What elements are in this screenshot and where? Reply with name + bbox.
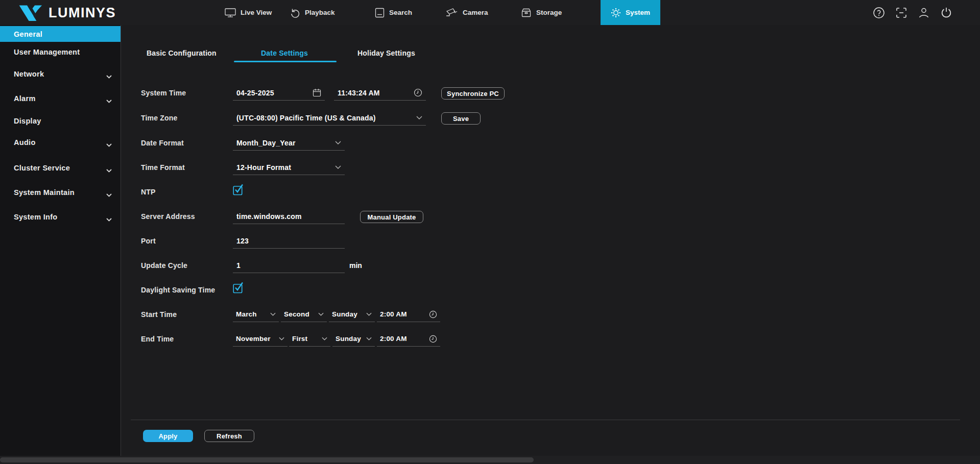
nav-camera[interactable]: Camera — [445, 0, 488, 25]
sidebar-item-general[interactable]: General — [0, 26, 121, 42]
nav-playback[interactable]: Playback — [290, 0, 335, 25]
manual-update-button[interactable]: Manual Update — [360, 211, 423, 223]
horizontal-scrollbar-thumb[interactable] — [0, 457, 534, 462]
tab-basic-configuration[interactable]: Basic Configuration — [147, 49, 217, 57]
update-cycle-unit: min — [349, 261, 362, 270]
sidebar-item-audio[interactable]: Audio — [0, 134, 121, 150]
update-cycle-label: Update Cycle — [141, 261, 187, 271]
ntp-checkbox[interactable] — [233, 183, 244, 198]
daylight-saving-checkbox[interactable] — [233, 281, 244, 296]
checkbox-checked-icon — [233, 183, 244, 196]
sidebar-item-label: System Maintain — [14, 188, 75, 197]
nav-label: System — [626, 9, 650, 16]
chevron-down-icon — [366, 337, 372, 340]
date-format-dropdown[interactable]: Month_Day_Year — [233, 135, 345, 151]
sidebar-item-alarm[interactable]: Alarm — [0, 90, 121, 106]
server-address-label: Server Address — [141, 212, 195, 222]
sidebar-item-display[interactable]: Display — [0, 113, 121, 129]
start-month-dropdown[interactable]: March — [233, 307, 279, 322]
port-input[interactable] — [233, 233, 345, 249]
apply-button[interactable]: Apply — [143, 430, 193, 442]
date-format-label: Date Format — [141, 139, 184, 148]
update-cycle-input[interactable] — [233, 258, 345, 273]
sidebar-item-label: Alarm — [14, 94, 36, 103]
chevron-down-icon — [416, 116, 422, 119]
system-clock-value: 11:43:24 AM — [338, 89, 380, 97]
server-address-input[interactable] — [233, 209, 345, 224]
clock-icon[interactable] — [414, 88, 422, 97]
nav-system[interactable]: System — [601, 0, 660, 25]
nav-label: Camera — [463, 9, 488, 16]
sidebar-item-system-maintain[interactable]: System Maintain — [0, 184, 121, 200]
chevron-down-icon — [335, 141, 341, 144]
start-week-dropdown[interactable]: Second — [281, 307, 327, 322]
chevron-down-icon — [366, 312, 372, 316]
chevron-down-icon — [106, 72, 112, 80]
top-bar: LUMINYS Live View Playback Search Camera — [0, 0, 980, 25]
active-tab-underline — [234, 61, 337, 62]
time-format-dropdown[interactable]: 12-Hour Format — [233, 160, 345, 175]
sidebar-item-label: Cluster Service — [14, 164, 70, 172]
start-time-label: Start Time — [141, 310, 177, 320]
app-screen: LUMINYS Live View Playback Search Camera — [0, 0, 980, 464]
end-week-dropdown[interactable]: First — [289, 331, 330, 347]
chevron-down-icon — [279, 337, 284, 340]
system-date-field[interactable]: 04-25-2025 — [233, 85, 325, 101]
start-week-value: Second — [284, 310, 309, 318]
clock-icon[interactable] — [429, 335, 437, 343]
end-clock-field[interactable]: 2:00 AM — [377, 331, 440, 347]
horizontal-scrollbar — [0, 456, 980, 464]
chevron-down-icon — [106, 215, 112, 223]
history-icon — [290, 8, 300, 18]
scan-icon[interactable] — [895, 6, 908, 19]
sidebar-item-label: Display — [14, 117, 41, 125]
sidebar-item-user-management[interactable]: User Management — [0, 44, 121, 60]
chevron-down-icon — [106, 96, 112, 105]
sidebar-item-label: Audio — [14, 138, 36, 146]
start-clock-field[interactable]: 2:00 AM — [377, 307, 440, 322]
power-icon[interactable] — [940, 6, 953, 19]
calendar-icon[interactable] — [313, 88, 321, 97]
nav-search[interactable]: Search — [375, 0, 412, 25]
chevron-down-icon — [322, 337, 327, 340]
sidebar-item-system-info[interactable]: System Info — [0, 209, 121, 225]
sidebar-item-label: User Management — [14, 48, 80, 56]
chevron-down-icon — [335, 165, 341, 169]
end-day-value: Sunday — [336, 335, 361, 343]
sidebar-item-label: Network — [14, 70, 44, 78]
end-month-dropdown[interactable]: November — [233, 331, 288, 347]
brand-name: LUMINYS — [49, 5, 116, 21]
sidebar-item-cluster-service[interactable]: Cluster Service — [0, 160, 121, 176]
end-clock-value: 2:00 AM — [380, 335, 407, 343]
system-time-label: System Time — [141, 89, 186, 98]
tab-date-settings[interactable]: Date Settings — [261, 49, 308, 57]
start-day-dropdown[interactable]: Sunday — [329, 307, 375, 322]
checkbox-checked-icon — [233, 281, 244, 294]
time-format-label: Time Format — [141, 163, 185, 173]
chevron-down-icon — [270, 312, 276, 316]
end-week-value: First — [292, 335, 307, 343]
synchronize-pc-button[interactable]: Synchronize PC — [441, 87, 505, 100]
sidebar-divider — [121, 25, 121, 456]
daylight-saving-label: Daylight Saving Time — [141, 286, 215, 295]
start-clock-value: 2:00 AM — [380, 310, 407, 318]
help-icon[interactable] — [872, 6, 886, 19]
nav-live-view[interactable]: Live View — [225, 0, 272, 25]
nav-storage[interactable]: Storage — [521, 0, 562, 25]
end-month-value: November — [236, 335, 271, 343]
cctv-icon — [445, 8, 458, 18]
sidebar-item-network[interactable]: Network — [0, 66, 121, 82]
clock-icon[interactable] — [429, 310, 437, 319]
time-format-value: 12-Hour Format — [236, 163, 291, 172]
end-day-dropdown[interactable]: Sunday — [332, 331, 375, 347]
tab-holiday-settings[interactable]: Holiday Settings — [357, 49, 415, 57]
time-zone-dropdown[interactable]: (UTC-08:00) Pacific Time (US & Canada) — [233, 110, 426, 126]
system-clock-field[interactable]: 11:43:24 AM — [334, 85, 426, 101]
system-date-value: 04-25-2025 — [236, 89, 274, 97]
save-button[interactable]: Save — [441, 112, 481, 125]
time-zone-value: (UTC-08:00) Pacific Time (US & Canada) — [236, 114, 376, 122]
nav-label: Live View — [241, 9, 272, 16]
user-icon[interactable] — [917, 6, 930, 19]
refresh-button[interactable]: Refresh — [204, 430, 254, 442]
port-label: Port — [141, 237, 156, 246]
